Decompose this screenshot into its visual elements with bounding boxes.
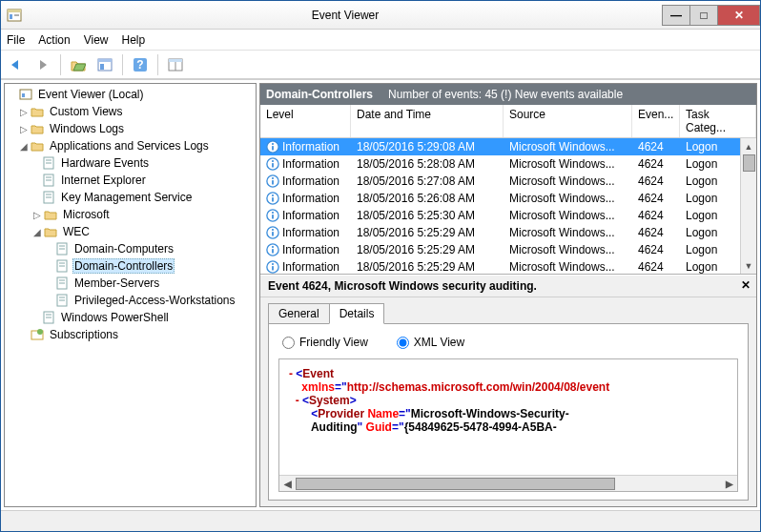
- back-button[interactable]: [5, 53, 28, 76]
- tree-hardware-events[interactable]: Hardware Events: [5, 154, 256, 172]
- panel-icon[interactable]: [164, 53, 187, 76]
- cell-level: Information: [260, 243, 351, 256]
- col-eventid[interactable]: Even...: [632, 105, 680, 137]
- tree-kms[interactable]: Key Management Service: [5, 189, 256, 206]
- col-category[interactable]: Task Categ...: [680, 105, 756, 137]
- cell-source: Microsoft Windows...: [504, 243, 632, 256]
- table-row[interactable]: Information18/05/2016 5:25:30 AMMicrosof…: [260, 207, 756, 224]
- table-header: Level Date and Time Source Even... Task …: [260, 105, 756, 138]
- table-row[interactable]: Information18/05/2016 5:29:08 AMMicrosof…: [260, 138, 756, 155]
- folder-icon: [30, 121, 45, 136]
- cell-datetime: 18/05/2016 5:25:29 AM: [351, 243, 504, 256]
- folder-icon: [43, 207, 58, 222]
- cell-level: Information: [260, 140, 351, 153]
- tree-ie[interactable]: Internet Explorer: [5, 172, 256, 189]
- cell-level: Information: [260, 209, 351, 222]
- titlebar[interactable]: Event Viewer — □ ✕: [1, 1, 760, 30]
- cell-datetime: 18/05/2016 5:25:30 AM: [351, 209, 504, 222]
- svg-point-51: [272, 194, 274, 196]
- menu-help[interactable]: Help: [122, 33, 146, 47]
- menu-action[interactable]: Action: [38, 33, 70, 47]
- help-icon[interactable]: ?: [129, 53, 152, 76]
- vertical-scrollbar[interactable]: ▲ ▼: [740, 138, 756, 274]
- close-button[interactable]: ✕: [717, 5, 760, 26]
- minimize-button[interactable]: —: [662, 5, 690, 26]
- table-body[interactable]: Information18/05/2016 5:29:08 AMMicrosof…: [260, 138, 756, 274]
- open-folder-icon[interactable]: [67, 53, 90, 76]
- tree-windows-logs[interactable]: ▷Windows Logs: [5, 120, 256, 137]
- tree-subscriptions[interactable]: Subscriptions: [5, 326, 256, 343]
- maximize-button[interactable]: □: [689, 5, 718, 26]
- col-level[interactable]: Level: [260, 105, 351, 137]
- col-datetime[interactable]: Date and Time: [351, 105, 504, 137]
- tab-panel: Friendly View XML View - <Event xmlns="h…: [268, 323, 749, 501]
- tree-paw[interactable]: Privileged-Access-Workstations: [5, 292, 256, 309]
- scroll-down-icon[interactable]: ▼: [741, 257, 756, 274]
- cell-datetime: 18/05/2016 5:25:29 AM: [351, 226, 504, 239]
- forward-button[interactable]: [31, 53, 54, 76]
- cell-level: Information: [260, 192, 351, 205]
- detail-close-icon[interactable]: ✕: [741, 278, 751, 292]
- svg-point-42: [272, 143, 274, 145]
- table-row[interactable]: Information18/05/2016 5:26:08 AMMicrosof…: [260, 190, 756, 207]
- cell-level: Information: [260, 260, 351, 274]
- nav-tree[interactable]: Event Viewer (Local) ▷Custom Views ▷Wind…: [4, 83, 257, 507]
- radio-xml-input[interactable]: [397, 337, 409, 349]
- tree-custom-views[interactable]: ▷Custom Views: [5, 103, 256, 120]
- right-pane: Domain-Controllers Number of events: 45 …: [259, 83, 757, 507]
- scroll-up-icon[interactable]: ▲: [741, 138, 756, 154]
- tree-apps-services[interactable]: ◢Applications and Services Logs: [5, 137, 256, 154]
- svg-rect-56: [272, 232, 274, 235]
- cell-datetime: 18/05/2016 5:28:08 AM: [351, 157, 504, 171]
- table-row[interactable]: Information18/05/2016 5:25:29 AMMicrosof…: [260, 241, 756, 258]
- menu-view[interactable]: View: [84, 33, 109, 47]
- tree-microsoft[interactable]: ▷Microsoft: [5, 206, 256, 223]
- radio-friendly-input[interactable]: [282, 337, 295, 349]
- tree-root[interactable]: Event Viewer (Local): [5, 86, 256, 103]
- menubar: File Action View Help: [1, 30, 760, 51]
- tree-domain-controllers[interactable]: Domain-Controllers: [5, 257, 256, 275]
- col-source[interactable]: Source: [504, 105, 632, 137]
- tree-member-servers[interactable]: Member-Servers: [5, 275, 256, 292]
- menu-file[interactable]: File: [7, 33, 25, 47]
- table-row[interactable]: Information18/05/2016 5:25:29 AMMicrosof…: [260, 224, 756, 241]
- event-table: Level Date and Time Source Even... Task …: [260, 105, 756, 275]
- xml-view[interactable]: - <Event xmlns="http://schemas.microsoft…: [278, 358, 738, 492]
- table-row[interactable]: Information18/05/2016 5:27:08 AMMicrosof…: [260, 173, 756, 190]
- cell-source: Microsoft Windows...: [504, 209, 632, 222]
- tree-powershell[interactable]: Windows PowerShell: [5, 309, 256, 326]
- scroll-left-icon[interactable]: ◀: [279, 476, 296, 491]
- scroll-thumb[interactable]: [743, 154, 755, 172]
- svg-point-54: [272, 212, 274, 214]
- cell-eventid: 4624: [632, 140, 680, 153]
- status-bar: [1, 510, 760, 531]
- log-icon: [54, 293, 70, 308]
- tree-wec[interactable]: ◢WEC: [5, 223, 256, 240]
- tree-domain-computers[interactable]: Domain-Computers: [5, 240, 256, 257]
- properties-icon[interactable]: [93, 53, 116, 76]
- scroll-right-icon[interactable]: ▶: [721, 476, 737, 491]
- log-icon: [54, 258, 70, 274]
- table-row[interactable]: Information18/05/2016 5:25:29 AMMicrosof…: [260, 258, 756, 274]
- window-buttons: — □ ✕: [663, 5, 760, 26]
- radio-friendly[interactable]: Friendly View: [282, 336, 368, 349]
- svg-point-39: [37, 329, 43, 335]
- main-body: Event Viewer (Local) ▷Custom Views ▷Wind…: [1, 79, 760, 510]
- radio-xml[interactable]: XML View: [397, 336, 464, 349]
- cell-eventid: 4624: [632, 174, 680, 188]
- tab-details[interactable]: Details: [329, 303, 385, 324]
- svg-rect-59: [272, 249, 274, 253]
- list-header-count: Number of events: 45 (!) New events avai…: [388, 88, 623, 101]
- toolbar: ?: [1, 51, 760, 79]
- horizontal-scrollbar[interactable]: ◀ ▶: [279, 475, 737, 491]
- log-icon: [41, 310, 56, 325]
- table-row[interactable]: Information18/05/2016 5:28:08 AMMicrosof…: [260, 155, 756, 173]
- list-header: Domain-Controllers Number of events: 45 …: [260, 84, 756, 105]
- cell-level: Information: [260, 226, 351, 239]
- hscroll-thumb[interactable]: [296, 478, 615, 490]
- detail-header: Event 4624, Microsoft Windows security a…: [260, 275, 756, 297]
- svg-rect-62: [272, 266, 274, 270]
- toolbar-sep2: [122, 54, 123, 75]
- tab-general[interactable]: General: [268, 303, 330, 324]
- cell-eventid: 4624: [632, 243, 680, 256]
